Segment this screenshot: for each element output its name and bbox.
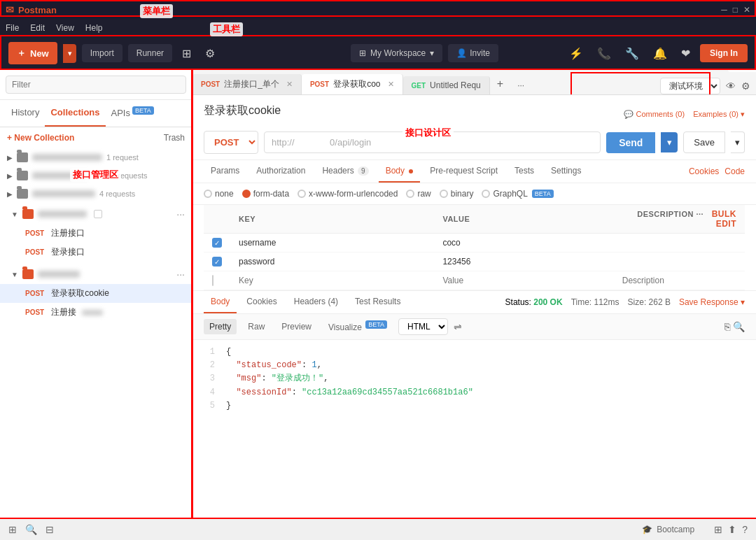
menu-edit[interactable]: Edit — [30, 23, 45, 33]
tab-apis[interactable]: APIsBETA — [106, 100, 160, 127]
folder-item-2[interactable]: ▼ ··· — [0, 264, 192, 284]
request-item-active[interactable]: POST 登录获取cookie — [0, 284, 192, 303]
radio-raw[interactable]: raw — [406, 189, 430, 199]
sync-icon[interactable]: ⚡ — [565, 44, 587, 63]
format-selector[interactable]: HTML JSON Text — [398, 318, 448, 335]
heart-icon[interactable]: ❤ — [677, 44, 694, 63]
method-selector[interactable]: POST GET — [204, 131, 258, 154]
workspace-button[interactable]: ⊞ My Workspace ▾ — [351, 44, 442, 62]
menu-view[interactable]: View — [56, 23, 74, 33]
send-dropdown-button[interactable]: ▾ — [661, 132, 678, 152]
collection-item[interactable]: ▶ 4 requests — [0, 185, 192, 203]
bottom-share-icon[interactable]: ⬆ — [728, 524, 736, 535]
value-input-username[interactable] — [442, 238, 605, 248]
req-tab-prerequest[interactable]: Pre-request Script — [423, 160, 505, 183]
new-collection-button[interactable]: + New Collection — [7, 133, 74, 143]
radio-formdata[interactable]: form-data — [242, 189, 289, 199]
req-tab-tests[interactable]: Tests — [507, 160, 541, 183]
radio-binary[interactable]: binary — [440, 189, 474, 199]
more-options-icon[interactable]: ··· — [176, 208, 185, 220]
tab-more-button[interactable]: ··· — [510, 76, 531, 94]
env-selector[interactable]: 测试环境 — [660, 78, 720, 94]
format-tab-visualize[interactable]: Visualize BETA — [323, 318, 393, 335]
resp-tab-headers[interactable]: Headers (4) — [287, 291, 345, 313]
bottom-console-icon[interactable]: ⊟ — [46, 524, 54, 535]
req-tab-headers[interactable]: Headers 9 — [315, 160, 375, 183]
runner-button[interactable]: Runner — [128, 44, 172, 62]
save-dropdown-button[interactable]: ▾ — [731, 132, 745, 153]
resp-tab-cookies[interactable]: Cookies — [239, 291, 284, 313]
tab-close-active-icon[interactable]: ✕ — [388, 80, 394, 89]
send-button[interactable]: Send — [606, 132, 655, 153]
menu-file[interactable]: File — [6, 23, 19, 33]
cookies-link[interactable]: Cookies — [689, 166, 719, 176]
tab-close-icon[interactable]: ✕ — [286, 80, 293, 89]
request-item[interactable]: POST 登录接口 — [0, 243, 192, 262]
tab-collections[interactable]: Collections — [45, 100, 105, 127]
more-options-icon-2[interactable]: ··· — [176, 269, 185, 280]
bulk-edit-button[interactable]: Bulk Edit — [712, 209, 736, 229]
bottom-help-icon[interactable]: ? — [742, 524, 748, 535]
format-tab-raw[interactable]: Raw — [242, 319, 270, 334]
key-input-password[interactable] — [239, 257, 426, 267]
folder-item[interactable]: ▼ ··· — [0, 204, 192, 224]
checkbox-empty[interactable] — [212, 275, 214, 286]
bottom-search-icon[interactable]: 🔍 — [25, 524, 37, 535]
value-input-password[interactable] — [442, 257, 605, 267]
req-tab-body[interactable]: Body — [379, 160, 421, 183]
bottom-layout2-icon[interactable]: ⊞ — [714, 524, 722, 535]
new-dropdown-arrow[interactable]: ▾ — [63, 44, 76, 63]
save-response-button[interactable]: Save Response ▾ — [679, 297, 745, 307]
search-icon[interactable]: 🔍 — [733, 321, 745, 332]
radio-graphql[interactable]: GraphQL BETA — [482, 189, 553, 199]
resp-tab-body[interactable]: Body — [204, 291, 237, 313]
req-tab-auth[interactable]: Authorization — [249, 160, 312, 183]
menu-help[interactable]: Help — [85, 23, 103, 33]
desc-input-placeholder[interactable] — [622, 276, 736, 285]
tab-register[interactable]: POST 注册接口_单个 ✕ — [192, 74, 302, 94]
key-input-placeholder[interactable] — [239, 276, 426, 285]
env-settings-icon[interactable]: ⚙ — [741, 80, 750, 92]
req-tab-settings[interactable]: Settings — [544, 160, 588, 183]
bootcamp-button[interactable]: 🎓 Bootcamp — [642, 525, 694, 534]
tab-untitled[interactable]: GET Untitled Requ — [403, 76, 490, 94]
value-input-placeholder[interactable] — [442, 276, 605, 285]
tab-add-button[interactable]: + — [490, 73, 510, 94]
invite-button[interactable]: 👤 Invite — [448, 44, 498, 62]
desc-input-username[interactable] — [622, 238, 736, 248]
checkbox-password[interactable] — [212, 257, 222, 267]
env-view-icon[interactable]: 👁 — [726, 80, 736, 92]
radio-urlencoded[interactable]: x-www-form-urlencoded — [298, 189, 398, 199]
format-tab-preview[interactable]: Preview — [276, 319, 317, 334]
req-tab-params[interactable]: Params — [204, 160, 246, 183]
request-item-last[interactable]: POST 注册接 — [0, 303, 192, 322]
desc-input-password[interactable] — [622, 257, 736, 267]
radio-none[interactable]: none — [204, 189, 234, 199]
sign-in-button[interactable]: Sign In — [700, 44, 748, 62]
format-tab-pretty[interactable]: Pretty — [204, 319, 237, 334]
bell-icon[interactable]: 🔔 — [649, 44, 671, 63]
collection-item[interactable]: ▶ 1 request — [0, 148, 192, 166]
resp-tab-testresults[interactable]: Test Results — [348, 291, 407, 313]
close-btn[interactable]: ✕ — [743, 5, 750, 15]
save-button[interactable]: Save — [683, 132, 725, 153]
settings-icon[interactable]: ⚙ — [201, 44, 219, 63]
examples-link[interactable]: Examples (0) ▾ — [693, 110, 745, 119]
key-input-username[interactable] — [239, 238, 426, 248]
indent-icon[interactable]: ⇌ — [454, 321, 462, 332]
comments-link[interactable]: 💬 Comments (0) — [624, 110, 685, 119]
collection-run-icon[interactable]: ⊞ — [178, 44, 195, 63]
checkbox-username[interactable] — [212, 238, 222, 248]
tab-history[interactable]: History — [6, 100, 45, 127]
wrench-icon[interactable]: 🔧 — [621, 44, 643, 63]
maximize-btn[interactable]: □ — [733, 5, 738, 15]
request-item[interactable]: POST 注册接口 — [0, 224, 192, 243]
code-link[interactable]: Code — [724, 166, 745, 176]
trash-button[interactable]: Trash — [164, 133, 185, 143]
import-button[interactable]: Import — [82, 44, 122, 62]
new-button[interactable]: ＋ New — [8, 42, 57, 64]
minimize-btn[interactable]: ─ — [721, 5, 727, 15]
tab-login-cookie[interactable]: POST 登录获取coo ✕ — [302, 74, 403, 94]
phone-icon[interactable]: 📞 — [593, 44, 615, 63]
copy-icon[interactable]: ⎘ — [724, 321, 730, 332]
